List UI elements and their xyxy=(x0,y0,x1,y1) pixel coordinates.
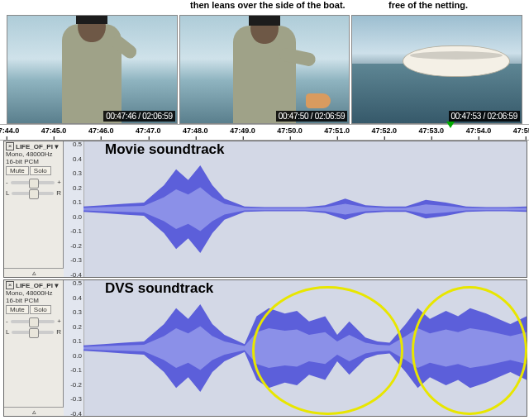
close-icon[interactable]: × xyxy=(6,142,14,150)
axis-label: 0.2 xyxy=(73,184,82,191)
amplitude-axis: 0.50.40.30.20.10.0-0.1-0.2-0.3-0.4 xyxy=(64,280,84,416)
track-format: Mono, 48000Hz xyxy=(6,289,61,297)
mute-button[interactable]: Mute xyxy=(6,305,29,314)
pan-slider[interactable] xyxy=(12,192,54,195)
gain-max: + xyxy=(57,317,61,325)
timeline-tick: 47:48.0 xyxy=(183,126,208,135)
waveform-svg xyxy=(83,280,527,416)
collapse-button[interactable]: ▵ xyxy=(4,268,64,277)
thumbnail-1[interactable]: 00:47:46 / 02:06:59 xyxy=(7,15,178,124)
waveform-canvas[interactable]: Movie soundtrack xyxy=(83,141,527,277)
thumbnail-1-timestamp: 00:47:46 / 02:06:59 xyxy=(103,111,175,122)
timeline-ruler[interactable]: 47:44.047:45.047:46.047:47.047:48.047:49… xyxy=(0,124,529,141)
axis-label: 0.1 xyxy=(73,337,82,345)
track-panel: ×LIFE_OF_PI▼Mono, 48000Hz16-bit PCMMuteS… xyxy=(4,280,64,416)
track-panel: ×LIFE_OF_PI▼Mono, 48000Hz16-bit PCMMuteS… xyxy=(4,141,64,277)
amplitude-axis: 0.50.40.30.20.10.0-0.1-0.2-0.3-0.4 xyxy=(64,141,84,277)
track-name[interactable]: LIFE_OF_PI xyxy=(16,143,53,150)
timeline-tick: 47:45.0 xyxy=(41,126,67,135)
mute-button[interactable]: Mute xyxy=(6,166,29,175)
pan-right: R xyxy=(56,328,61,336)
collapse-button[interactable]: ▵ xyxy=(4,407,64,416)
solo-button[interactable]: Solo xyxy=(30,305,51,314)
timeline-tick: 47:50.0 xyxy=(277,126,303,135)
axis-label: -0.1 xyxy=(70,227,82,235)
pan-right: R xyxy=(56,189,61,197)
axis-label: -0.3 xyxy=(70,256,82,264)
solo-button[interactable]: Solo xyxy=(30,166,51,175)
axis-label: -0.1 xyxy=(70,366,82,374)
gain-min: - xyxy=(6,179,8,186)
audio-track: ×LIFE_OF_PI▼Mono, 48000Hz16-bit PCMMuteS… xyxy=(3,141,527,278)
axis-label: 0.5 xyxy=(73,279,82,287)
axis-label: 0.0 xyxy=(73,351,82,359)
axis-label: 0.0 xyxy=(73,212,82,220)
close-icon[interactable]: × xyxy=(6,281,14,289)
gain-slider[interactable] xyxy=(11,181,55,184)
axis-label: -0.4 xyxy=(70,271,82,279)
waveform-area[interactable]: 0.50.40.30.20.10.0-0.1-0.2-0.3-0.4DVS so… xyxy=(64,280,527,416)
track-overlay-title: Movie soundtrack xyxy=(105,141,225,158)
waveform-svg xyxy=(83,141,527,277)
chevron-down-icon[interactable]: ▼ xyxy=(55,143,59,150)
page-root: then leans over the side of the boat. fr… xyxy=(0,0,529,420)
thumbnail-3-timestamp: 00:47:53 / 02:06:59 xyxy=(449,111,521,122)
timeline-tick: 47:46.0 xyxy=(88,126,114,135)
timeline-tick: 47:53.0 xyxy=(419,126,445,135)
gain-slider[interactable] xyxy=(11,320,55,323)
track-format: Mono, 48000Hz xyxy=(6,150,61,158)
tracks-container: ×LIFE_OF_PI▼Mono, 48000Hz16-bit PCMMuteS… xyxy=(0,139,529,420)
thumbnail-2-timestamp: 00:47:50 / 02:06:59 xyxy=(276,111,348,122)
track-overlay-title: DVS soundtrack xyxy=(105,280,213,297)
pan-slider[interactable] xyxy=(12,331,54,334)
pan-left: L xyxy=(6,189,9,197)
thumbnail-2[interactable]: 00:47:50 / 02:06:59 xyxy=(179,15,350,124)
axis-label: 0.4 xyxy=(73,294,82,301)
waveform-canvas[interactable]: DVS soundtrack xyxy=(83,280,527,416)
waveform-area[interactable]: 0.50.40.30.20.10.0-0.1-0.2-0.3-0.4Movie … xyxy=(64,141,527,277)
caption-row: then leans over the side of the boat. fr… xyxy=(0,0,529,12)
track-name[interactable]: LIFE_OF_PI xyxy=(16,282,53,289)
gain-max: + xyxy=(57,179,61,186)
axis-label: -0.3 xyxy=(70,395,82,403)
axis-label: -0.2 xyxy=(70,241,82,249)
axis-label: 0.2 xyxy=(73,322,82,330)
axis-label: 0.3 xyxy=(73,169,82,177)
axis-label: 0.4 xyxy=(73,155,82,162)
caption-left: then leans over the side of the boat. xyxy=(190,0,346,10)
timeline-tick: 47:47.0 xyxy=(136,126,161,135)
audio-track: ×LIFE_OF_PI▼Mono, 48000Hz16-bit PCMMuteS… xyxy=(3,279,527,417)
axis-label: 0.5 xyxy=(73,141,82,148)
timeline-tick: 47:49.0 xyxy=(230,126,255,135)
gain-min: - xyxy=(6,317,8,325)
timeline-tick: 47:44.0 xyxy=(0,126,19,135)
axis-label: -0.2 xyxy=(70,380,82,388)
axis-label: 0.3 xyxy=(73,308,82,316)
timeline-tick: 47:55.0 xyxy=(513,126,529,135)
timeline-tick: 47:54.0 xyxy=(466,126,492,135)
timeline-tick: 47:52.0 xyxy=(371,126,397,135)
axis-label: -0.4 xyxy=(70,410,82,418)
chevron-down-icon[interactable]: ▼ xyxy=(55,282,59,289)
timeline-marker[interactable] xyxy=(446,122,455,128)
track-bitdepth: 16-bit PCM xyxy=(6,297,61,304)
caption-right: free of the netting. xyxy=(388,0,468,10)
pan-left: L xyxy=(6,328,9,336)
thumbnail-row: 00:47:46 / 02:06:59 00:47:50 / 02:06:59 … xyxy=(7,15,522,122)
axis-label: 0.1 xyxy=(73,198,82,206)
thumbnail-3[interactable]: 00:47:53 / 02:06:59 xyxy=(351,15,522,124)
timeline-tick: 47:51.0 xyxy=(324,126,350,135)
track-bitdepth: 16-bit PCM xyxy=(6,158,61,165)
